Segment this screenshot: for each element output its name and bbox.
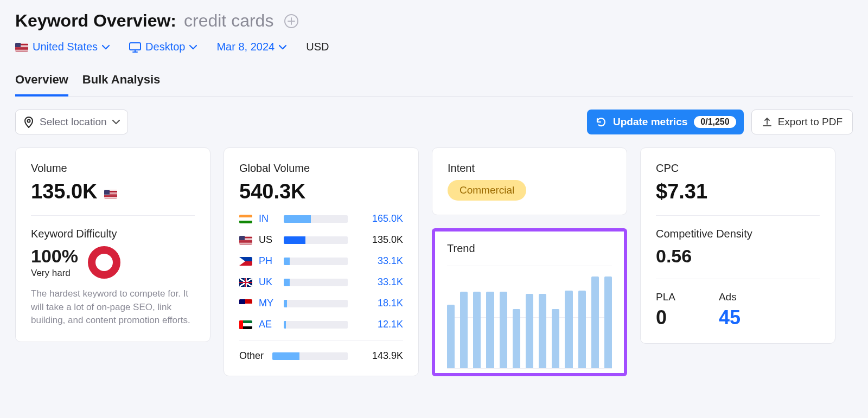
trend-bar [578,291,586,368]
svg-point-1 [28,120,30,123]
global-volume-card: Global Volume 540.3K IN165.0KUS135.0KPH3… [224,147,419,376]
kd-label: Keyword Difficulty [31,228,195,240]
trend-bar [552,309,559,368]
trend-chart [447,266,612,369]
gv-bar [284,215,348,223]
gv-bar [284,258,348,265]
date-filter-label: Mar 8, 2024 [216,41,275,53]
kd-description: The hardest keyword to compete for. It w… [31,287,195,327]
gv-code: PH [259,255,277,267]
select-location-dropdown[interactable]: Select location [15,110,128,134]
intent-badge: Commercial [448,180,526,201]
update-metrics-label: Update metrics [613,116,687,128]
global-volume-value: 540.3K [239,180,403,203]
trend-bar [500,292,507,368]
date-filter[interactable]: Mar 8, 2024 [216,41,286,53]
gv-code: AE [259,319,277,330]
chevron-down-icon [189,44,197,50]
tab-bulk-analysis[interactable]: Bulk Analysis [82,73,160,96]
gv-bar [284,321,348,329]
trend-bar [473,292,481,368]
pla-label: PLA [656,291,675,303]
ads-value[interactable]: 45 [719,306,741,329]
chevron-down-icon [112,119,120,125]
gv-row-uk[interactable]: UK33.1K [239,276,403,288]
device-filter-label: Desktop [145,41,185,53]
trend-bar [539,294,546,368]
tab-overview[interactable]: Overview [15,73,68,97]
cpc-label: CPC [656,162,820,175]
cd-value: 0.56 [656,246,820,267]
desktop-icon [129,42,141,53]
trend-bar [513,309,520,368]
gv-code: MY [259,298,277,309]
cpc-value: $7.31 [656,180,820,203]
gv-other-label: Other [239,350,264,362]
uk-flag-icon [239,278,252,287]
pla-value: 0 [656,306,675,329]
trend-bar [591,276,599,368]
gv-row-other: Other143.9K [239,340,403,362]
gv-code: US [259,234,277,246]
gv-value: 165.0K [354,213,403,224]
gv-code: UK [259,276,277,288]
trend-bar [460,292,468,368]
divider [656,215,820,216]
export-pdf-button[interactable]: Export to PDF [751,110,853,134]
gv-bar [284,300,348,307]
upload-icon [762,117,773,127]
gv-bar [272,352,348,360]
cpc-card: CPC $7.31 Competitive Density 0.56 PLA 0… [640,147,835,344]
pin-icon [23,116,34,128]
us-flag-icon [104,190,117,198]
update-metrics-button[interactable]: Update metrics 0/1,250 [587,110,744,134]
gv-bar [284,236,348,244]
refresh-icon [596,117,607,127]
us-flag-icon [239,236,252,245]
gv-value: 143.9K [354,350,403,362]
country-filter-label: United States [33,41,98,53]
intent-label: Intent [448,162,611,175]
gv-row-in[interactable]: IN165.0K [239,213,403,224]
trend-bar [565,291,572,368]
trend-card: Trend [432,228,627,376]
gv-value: 33.1K [354,276,403,288]
gv-value: 18.1K [354,298,403,309]
intent-card: Intent Commercial [432,147,627,215]
plus-icon [288,17,295,25]
svg-rect-0 [130,43,141,50]
country-filter[interactable]: United States [15,41,110,53]
trend-label: Trend [447,242,612,255]
currency-label: USD [306,41,329,53]
gv-value: 33.1K [354,255,403,267]
global-volume-label: Global Volume [239,162,403,175]
gv-code: IN [259,213,277,224]
update-metrics-count: 0/1,250 [694,116,736,128]
gv-row-ae[interactable]: AE12.1K [239,319,403,330]
trend-bar [604,276,612,368]
ae-flag-icon [239,320,252,329]
gv-row-my[interactable]: MY18.1K [239,298,403,309]
chevron-down-icon [279,44,286,50]
kd-ring-icon [88,246,120,279]
gv-row-ph[interactable]: PH33.1K [239,255,403,267]
cd-label: Competitive Density [656,228,820,240]
ads-label: Ads [719,291,741,303]
in-flag-icon [239,215,252,223]
volume-label: Volume [31,162,195,175]
gv-value: 135.0K [354,234,403,246]
trend-bar [526,294,533,368]
select-location-placeholder: Select location [40,116,107,128]
ph-flag-icon [239,257,252,266]
page-title-label: Keyword Overview: [15,11,176,31]
page-title-keyword: credit cards [184,11,273,31]
chevron-down-icon [102,44,110,50]
device-filter[interactable]: Desktop [129,41,197,53]
gv-value: 12.1K [354,319,403,330]
gv-row-us: US135.0K [239,234,403,246]
my-flag-icon [239,299,252,308]
divider [31,215,195,216]
add-keyword-button[interactable] [284,14,298,28]
kd-percent: 100% [31,246,78,267]
trend-bar [447,305,455,368]
